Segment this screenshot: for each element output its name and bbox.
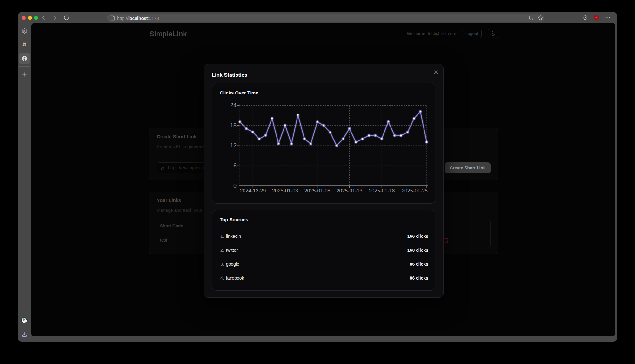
svg-text:2025-01-25: 2025-01-25 (402, 188, 428, 193)
svg-text:2024-12-29: 2024-12-29 (240, 188, 266, 193)
svg-text:18: 18 (230, 122, 237, 129)
svg-text:2025-01-08: 2025-01-08 (304, 188, 331, 193)
svg-text:24: 24 (230, 102, 237, 108)
svg-text:2025-01-03: 2025-01-03 (272, 188, 298, 193)
svg-text:0: 0 (233, 183, 237, 189)
svg-text:6: 6 (233, 162, 237, 169)
svg-text:12: 12 (230, 142, 237, 149)
svg-text:2025-01-13: 2025-01-13 (337, 188, 363, 193)
svg-text:UD: UD (595, 16, 598, 19)
svg-text:2025-01-18: 2025-01-18 (369, 188, 395, 193)
